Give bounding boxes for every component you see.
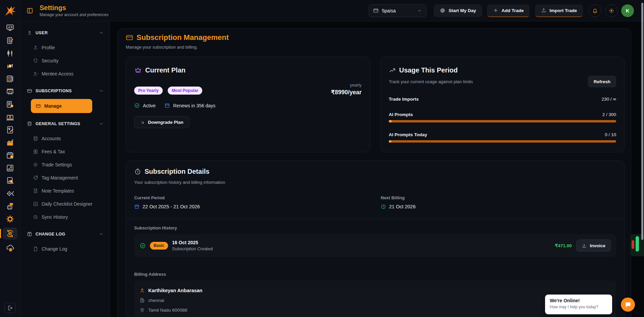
subscription-history-label: Subscription History (134, 225, 177, 230)
nav-section-general-settings: GENERAL SETTINGS Accounts Fees & Tax Tra… (27, 118, 104, 223)
plan-status-row: Active Renews in 356 days (134, 103, 215, 108)
add-trade-button[interactable]: Add Trade (487, 4, 530, 17)
clock-icon (134, 168, 141, 175)
logout-button[interactable] (4, 303, 16, 313)
nav-section-header-general-settings[interactable]: GENERAL SETTINGS (27, 118, 104, 130)
sidebar-item-trade-settings[interactable]: Trade Settings (27, 158, 104, 171)
svg-text:$: $ (9, 64, 11, 68)
credit-card-icon (126, 34, 133, 41)
theme-toggle-button[interactable] (605, 4, 618, 17)
dollar-receipt-icon (33, 149, 38, 154)
trade-journal-icon[interactable] (4, 36, 16, 45)
chevron-down-icon (99, 89, 104, 93)
sidebar-item-security[interactable]: Security (27, 54, 104, 67)
notifications-button[interactable] (589, 4, 601, 17)
red-candle (632, 240, 634, 249)
chat-status: We're Online! (550, 298, 607, 303)
next-billing-label: Next Billing (381, 195, 405, 200)
start-my-day-button[interactable]: Start My Day (434, 4, 482, 17)
subscription-icon[interactable]: $ (3, 227, 17, 240)
sidebar-item-sync-history[interactable]: Sync History (27, 210, 104, 223)
ai-prompts-progress (389, 120, 616, 122)
clock-icon (381, 204, 386, 209)
user-icon (33, 45, 38, 50)
sidebar-item-change-log[interactable]: Change Log (27, 242, 104, 255)
gear-icon (33, 162, 38, 167)
file-text-icon (33, 246, 38, 252)
trade-review-icon[interactable] (4, 176, 16, 185)
invoice-button[interactable]: Invoice (576, 240, 611, 252)
dashboard-icon[interactable] (4, 23, 16, 32)
settings-nav: USER Profile Security Mentee Access SUBS… (20, 21, 110, 317)
refresh-button[interactable]: Refresh (588, 76, 616, 87)
sidebar-item-daily-checklist-designer[interactable]: Daily Checklist Designer (27, 197, 104, 210)
sidebar-item-fees-tax[interactable]: Fees & Tax (27, 145, 104, 158)
downgrade-plan-button[interactable]: Downgrade Plan (134, 116, 189, 128)
chat-prompt: How may I help you today? (550, 305, 607, 309)
credit-card-icon (27, 88, 32, 94)
crown-icon (134, 66, 142, 74)
ai-assistant-icon[interactable] (4, 202, 16, 211)
user-avatar[interactable]: K (621, 4, 634, 17)
playbook-icon[interactable] (4, 87, 16, 96)
history-date: 16 Oct 2025 (172, 240, 213, 245)
upload-icon (541, 8, 546, 13)
sidebar-toggle-icon[interactable] (26, 7, 34, 14)
svg-text:$: $ (9, 232, 11, 235)
app-logo[interactable] (0, 0, 20, 21)
chat-launcher-button[interactable] (621, 298, 635, 312)
sidebar-item-accounts[interactable]: Accounts (27, 132, 104, 145)
mentor-icon[interactable] (4, 113, 16, 121)
usage-subtitle: Track your current usage against plan li… (389, 79, 473, 84)
import-trade-button[interactable]: Import Trade (535, 4, 583, 17)
user-minus-icon (33, 71, 38, 76)
sidebar-item-profile[interactable]: Profile (27, 41, 104, 54)
billing-address-label: Billing Address (134, 272, 166, 277)
nav-section-subscriptions: SUBSCRIPTIONS Manage (27, 85, 104, 113)
check-circle-icon (134, 103, 140, 108)
billing-region-row: Tamil Nadu 600088 (140, 307, 611, 313)
current-period-value: 22 Oct 2025 - 21 Oct 2026 (134, 204, 200, 209)
calendar-icon (134, 204, 140, 209)
history-clock-icon (33, 214, 38, 220)
nav-section-header-user[interactable]: USER (27, 27, 104, 39)
sidebar-item-tag-management[interactable]: Tag Management (27, 171, 104, 184)
calendar-icon[interactable] (4, 151, 16, 160)
analytics-icon[interactable] (4, 138, 16, 147)
sidebar-item-manage[interactable]: Manage (31, 99, 92, 113)
page-scrollbar[interactable] (641, 3, 643, 240)
sidebar-item-mentee-access[interactable]: Mentee Access (27, 67, 104, 80)
plan-status: Active (143, 103, 156, 108)
wallet-icon (373, 8, 379, 13)
database-icon (27, 121, 32, 126)
details-subtitle: Your subscription history and billing in… (134, 180, 225, 185)
plus-icon (493, 8, 498, 13)
sidebar-item-note-templates[interactable]: Note Templates (27, 184, 104, 197)
reports-icon[interactable] (4, 164, 16, 172)
trades-candlestick-icon[interactable] (4, 49, 16, 58)
check-square-icon (33, 201, 38, 207)
account-selector[interactable]: 5paisa (369, 4, 426, 17)
chevron-down-icon (99, 31, 104, 35)
details-divider (126, 219, 624, 219)
transactions-icon[interactable]: $ (4, 62, 16, 70)
logout-icon (7, 305, 13, 311)
file-icon (33, 188, 38, 194)
current-plan-card: Current Plan yearly ₹8990/year Pro Yearl… (126, 57, 370, 152)
notes-icon[interactable] (4, 125, 16, 134)
checklist-icon[interactable] (4, 74, 16, 83)
nav-section-header-change-log[interactable]: CHANGE LOG (27, 228, 104, 240)
app-settings-gear-icon[interactable] (4, 215, 16, 223)
chevron-down-icon (417, 8, 422, 13)
nav-section-header-subscriptions[interactable]: SUBSCRIPTIONS (27, 85, 104, 97)
automation-icon[interactable] (4, 189, 16, 198)
ai-prompts-today-progress (389, 140, 616, 143)
plan-tier-badge: Basic (150, 242, 168, 250)
daily-forms-icon[interactable] (4, 100, 16, 109)
calendar-icon (164, 103, 170, 108)
backup-sync-icon[interactable] (4, 244, 16, 252)
billing-name-row: Karthikeyan Anbarasan (140, 288, 611, 293)
chevron-down-icon (99, 232, 104, 236)
plan-renewal: Renews in 356 days (173, 103, 215, 108)
section-subheading: Manage your subscription and billing. (126, 45, 198, 50)
